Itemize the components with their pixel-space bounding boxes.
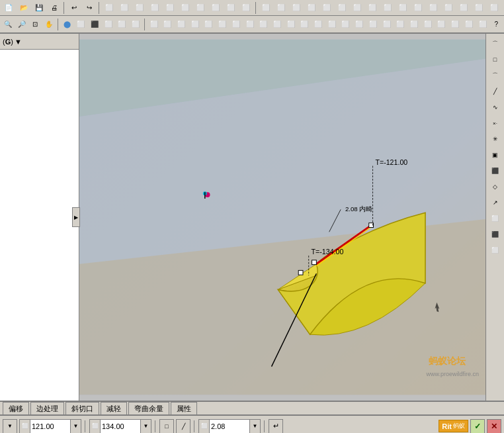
toolbar-btn-pan[interactable]: ✋ (43, 18, 55, 31)
toolbar-btn-o[interactable]: ⬜ (472, 1, 485, 15)
panel-collapse-button[interactable]: ▶ (72, 207, 80, 227)
toolbar-btn-t10[interactable]: ⬜ (271, 18, 283, 31)
right-btn-diamond[interactable]: ◇ (488, 179, 503, 194)
tab-properties[interactable]: 属性 (171, 402, 197, 414)
toolbar-btn-t19[interactable]: ⬜ (394, 18, 406, 31)
bottom-ok-btn[interactable]: ✓ (470, 419, 485, 434)
tab-edge-proc[interactable]: 边处理 (30, 402, 64, 414)
tab-offset[interactable]: 偏移 (3, 402, 29, 414)
toolbar-btn-a[interactable]: ⬜ (259, 1, 273, 15)
toolbar-btn-t12[interactable]: ⬜ (299, 18, 311, 31)
toolbar-btn-t9[interactable]: ⬜ (257, 18, 269, 31)
bottom-icon-cross[interactable]: ╱ (176, 419, 190, 434)
right-btn-curve[interactable]: ⌒ (488, 36, 503, 51)
toolbar-btn-m[interactable]: ⬜ (442, 1, 455, 15)
toolbar-btn-t3[interactable]: ⬜ (175, 18, 187, 31)
right-btn-solid[interactable]: ⬛ (488, 164, 503, 178)
toolbar-btn-hidden[interactable]: ⬛ (89, 18, 101, 31)
toolbar-btn-t1[interactable]: ⬜ (148, 18, 160, 31)
toolbar-btn-view4[interactable]: ⬜ (148, 1, 161, 15)
right-btn-fill[interactable]: ⬛ (488, 227, 503, 242)
input2-left-btn[interactable]: ⬜ (90, 420, 101, 433)
toolbar-btn-zoom-out[interactable]: 🔎 (16, 18, 28, 31)
bottom-cancel-btn[interactable]: ✕ (487, 419, 501, 434)
input1-left-btn[interactable]: ⬜ (20, 420, 30, 433)
bottom-enter-btn[interactable]: ↵ (269, 419, 283, 434)
input3-dropdown[interactable]: ▼ (249, 420, 260, 433)
toolbar-btn-new[interactable]: 📄 (2, 1, 15, 15)
toolbar-btn-d[interactable]: ⬜ (305, 1, 318, 15)
right-btn-rect[interactable]: □ (488, 52, 503, 67)
toolbar-btn-shaded[interactable]: ⬤ (62, 18, 73, 31)
toolbar-btn-save[interactable]: 💾 (32, 1, 46, 15)
toolbar-btn-view5[interactable]: ⬜ (163, 1, 177, 15)
toolbar-btn-t16[interactable]: ⬜ (353, 18, 365, 31)
right-btn-line[interactable]: ╱ (488, 84, 503, 99)
input3-left-btn[interactable]: ⬜ (199, 420, 210, 433)
right-btn-grid[interactable]: ▣ (488, 148, 503, 162)
toolbar-btn-help[interactable]: ? (490, 18, 502, 31)
toolbar-btn-t25[interactable]: ⬜ (477, 18, 489, 31)
handle-3[interactable] (298, 270, 303, 275)
toolbar-btn-view3[interactable]: ⬜ (133, 1, 146, 15)
toolbar-btn-t11[interactable]: ⬜ (285, 18, 297, 31)
toolbar-btn-t23[interactable]: ⬜ (449, 18, 461, 31)
toolbar-btn-t13[interactable]: ⬜ (312, 18, 324, 31)
toolbar-btn-l[interactable]: ⬜ (427, 1, 440, 15)
input1-dropdown[interactable]: ▼ (70, 420, 81, 433)
toolbar-btn-t22[interactable]: ⬜ (436, 18, 448, 31)
toolbar-btn-t7[interactable]: ⬜ (230, 18, 242, 31)
input2-dropdown[interactable]: ▼ (140, 420, 151, 433)
toolbar-btn-t5[interactable]: ⬜ (203, 18, 215, 31)
right-btn-wave[interactable]: ∿ (488, 100, 503, 115)
toolbar-btn-view9[interactable]: ⬜ (224, 1, 237, 15)
right-btn-empty[interactable]: ⬜ (488, 243, 503, 258)
right-btn-cross[interactable]: ×· (488, 116, 503, 130)
left-panel-dropdown-icon[interactable]: ▼ (15, 38, 22, 46)
toolbar-btn-t8[interactable]: ⬜ (244, 18, 256, 31)
toolbar-btn-c[interactable]: ⬜ (290, 1, 303, 15)
toolbar-btn-t20[interactable]: ⬜ (408, 18, 420, 31)
tab-reduce[interactable]: 减轻 (101, 402, 127, 414)
toolbar-btn-t14[interactable]: ⬜ (326, 18, 338, 31)
toolbar-btn-t4[interactable]: ⬜ (189, 18, 201, 31)
toolbar-btn-open[interactable]: 📂 (17, 1, 30, 15)
toolbar-btn-view1[interactable]: ⬜ (103, 1, 116, 15)
tab-bend-allowance[interactable]: 弯曲余量 (128, 402, 169, 414)
input-value-1[interactable] (30, 420, 70, 433)
toolbar-btn-h[interactable]: ⬜ (366, 1, 379, 15)
toolbar-btn-t21[interactable]: ⬜ (422, 18, 434, 31)
toolbar-btn-t24[interactable]: ⬜ (463, 18, 475, 31)
toolbar-btn-j[interactable]: ⬜ (396, 1, 409, 15)
toolbar-btn-undo[interactable]: ↩ (67, 1, 81, 15)
toolbar-btn-i[interactable]: ⬜ (381, 1, 394, 15)
toolbar-btn-zoom-fit[interactable]: ⊡ (29, 18, 41, 31)
toolbar-btn-display1[interactable]: ⬜ (103, 18, 114, 31)
bottom-icon-rect[interactable]: □ (159, 419, 174, 434)
toolbar-btn-b[interactable]: ⬜ (274, 1, 288, 15)
toolbar-btn-t2[interactable]: ⬜ (161, 18, 173, 31)
toolbar-btn-e[interactable]: ⬜ (320, 1, 333, 15)
toolbar-btn-wire[interactable]: ⬜ (75, 18, 87, 31)
toolbar-btn-view7[interactable]: ⬜ (194, 1, 207, 15)
tab-bevel[interactable]: 斜切口 (65, 402, 99, 414)
right-btn-arrow-up[interactable]: ↗ (488, 195, 503, 210)
bottom-icon-1[interactable]: ▼ (3, 419, 17, 434)
toolbar-btn-redo[interactable]: ↪ (83, 1, 96, 15)
right-btn-square[interactable]: ⬜ (488, 211, 503, 226)
toolbar-btn-view6[interactable]: ⬜ (179, 1, 192, 15)
toolbar-btn-p[interactable]: ⬜ (487, 1, 501, 15)
toolbar-btn-t18[interactable]: ⬜ (381, 18, 393, 31)
right-btn-star[interactable]: ✳ (488, 132, 503, 146)
toolbar-btn-g[interactable]: ⬜ (351, 1, 364, 15)
toolbar-btn-view8[interactable]: ⬜ (209, 1, 222, 15)
toolbar-btn-t17[interactable]: ⬜ (367, 18, 379, 31)
input-value-2[interactable] (101, 420, 140, 433)
input-value-3[interactable] (210, 420, 249, 433)
right-btn-arc[interactable]: ⌒ (488, 68, 503, 83)
toolbar-btn-t15[interactable]: ⬜ (340, 18, 352, 31)
toolbar-btn-t6[interactable]: ⬜ (216, 18, 228, 31)
handle-2[interactable] (312, 260, 317, 265)
toolbar-btn-view2[interactable]: ⬜ (118, 1, 131, 15)
toolbar-btn-view10[interactable]: ⬜ (239, 1, 253, 15)
